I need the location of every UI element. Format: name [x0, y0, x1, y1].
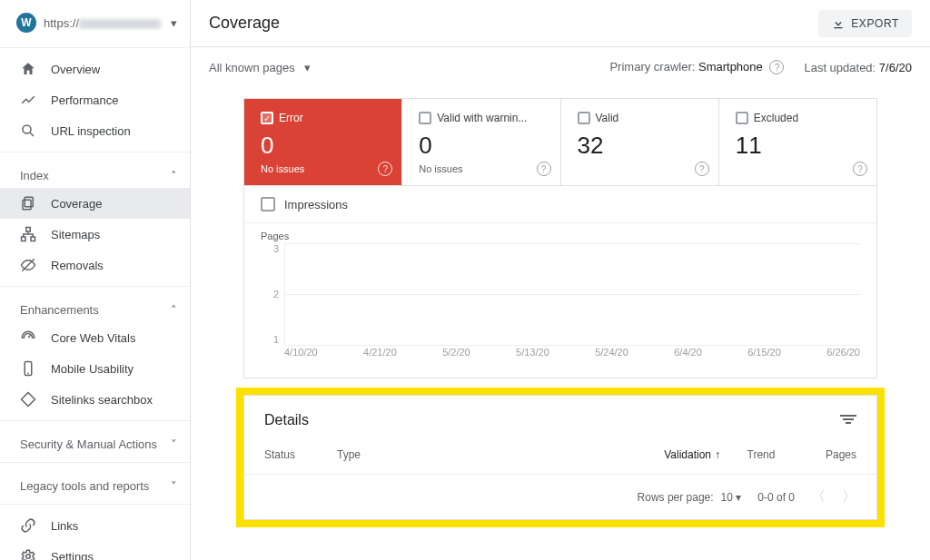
last-updated: Last updated: 7/6/20 — [804, 61, 912, 74]
nav-label: URL inspection — [51, 124, 131, 138]
checkbox-icon — [261, 197, 275, 211]
nav-mobile-usability[interactable]: Mobile Usability — [0, 353, 190, 384]
nav-performance[interactable]: Performance — [0, 84, 190, 115]
page-filter-dropdown[interactable]: All known pages ▾ — [209, 61, 311, 74]
svg-line-1 — [30, 133, 34, 136]
th-trend[interactable]: Trend — [720, 448, 802, 461]
th-type[interactable]: Type — [337, 448, 519, 461]
checkbox-icon: ✓ — [261, 112, 273, 124]
status-sub: No issues — [261, 163, 385, 174]
chart-plot-area — [284, 243, 860, 345]
page-filter-label: All known pages — [209, 61, 295, 74]
chart: Pages 3 2 1 4/10/20 4/21/20 — [244, 223, 876, 378]
chevron-down-icon: ˅ — [171, 479, 177, 493]
status-label: Excluded — [754, 112, 798, 124]
nav-section-security[interactable]: Security & Manual Actions ˅ — [0, 427, 190, 457]
chart-line-icon — [20, 92, 36, 108]
details-footer: Rows per page: 10 ▾ 0-0 of 0 〈 〉 — [244, 475, 876, 519]
nav-core-web-vitals[interactable]: Core Web Vitals — [0, 322, 190, 353]
filter-button[interactable] — [840, 413, 856, 428]
svg-rect-4 — [26, 228, 31, 232]
th-validation[interactable]: Validation ↑ — [629, 448, 720, 461]
nav-section-enhancements[interactable]: Enhancements ˄ — [0, 292, 190, 322]
status-tab-excluded[interactable]: Excluded 11 ? — [719, 99, 876, 185]
status-tab-warning[interactable]: Valid with warnin... 0 No issues ? — [402, 99, 560, 185]
status-value: 0 — [261, 132, 385, 160]
page-title: Coverage — [209, 14, 280, 33]
nav-section-legacy[interactable]: Legacy tools and reports ˅ — [0, 468, 190, 498]
nav-removals[interactable]: Removals — [0, 250, 190, 280]
nav-section-label: Security & Manual Actions — [20, 437, 157, 451]
nav-overview[interactable]: Overview — [0, 54, 190, 84]
export-label: EXPORT — [851, 17, 899, 30]
nav-section-label: Legacy tools and reports — [20, 479, 149, 493]
property-selector[interactable]: W https:// ▾ — [0, 5, 190, 42]
link-icon — [20, 517, 36, 534]
status-label: Valid — [596, 112, 619, 124]
checkbox-icon — [419, 112, 431, 124]
impressions-toggle[interactable]: Impressions — [244, 186, 876, 223]
status-sub: No issues — [419, 163, 543, 174]
nav-sitemaps[interactable]: Sitemaps — [0, 219, 190, 250]
nav-label: Settings — [51, 550, 94, 561]
nav-settings[interactable]: Settings — [0, 541, 190, 560]
site-logo-icon: W — [16, 13, 36, 33]
nav-section-label: Enhancements — [20, 303, 99, 317]
svg-rect-6 — [31, 237, 35, 241]
help-icon[interactable]: ? — [378, 162, 392, 176]
checkbox-icon — [736, 112, 748, 124]
checkbox-icon — [578, 112, 590, 124]
impressions-label: Impressions — [284, 198, 348, 211]
help-icon[interactable]: ? — [695, 162, 709, 176]
nav-links[interactable]: Links — [0, 510, 190, 541]
chart-y-label: Pages — [261, 231, 860, 241]
chevron-up-icon: ˄ — [171, 169, 177, 182]
filter-bar: All known pages ▾ Primary crawler: Smart… — [191, 47, 930, 87]
svg-rect-5 — [22, 237, 26, 241]
nav-label: Links — [51, 519, 78, 533]
chart-x-ticks: 4/10/20 4/21/20 5/2/20 5/13/20 5/24/20 6… — [284, 345, 860, 361]
rows-per-page-select[interactable]: 10 ▾ — [721, 491, 742, 504]
details-table-header: Status Type Validation ↑ Trend Pages — [244, 432, 876, 475]
speed-icon — [20, 329, 36, 346]
status-value: 32 — [578, 132, 702, 160]
sidebar: W https:// ▾ Overview Performance URL in… — [0, 0, 191, 560]
export-button[interactable]: EXPORT — [818, 10, 912, 37]
home-icon — [20, 61, 36, 77]
status-value: 0 — [419, 132, 543, 160]
nav-coverage[interactable]: Coverage — [0, 188, 190, 219]
chevron-down-icon: ▾ — [171, 16, 177, 30]
svg-rect-3 — [23, 200, 31, 210]
svg-line-8 — [28, 335, 31, 338]
prev-page-button[interactable]: 〈 — [811, 487, 826, 506]
status-tab-error[interactable]: ✓Error 0 No issues ? — [244, 99, 402, 185]
status-label: Error — [279, 112, 303, 124]
chevron-down-icon: ▾ — [304, 61, 311, 74]
help-icon[interactable]: ? — [537, 162, 551, 176]
nav-url-inspection[interactable]: URL inspection — [0, 115, 190, 146]
primary-crawler: Primary crawler: Smartphone ? — [609, 60, 784, 75]
chevron-down-icon: ˅ — [171, 437, 177, 451]
th-status[interactable]: Status — [264, 448, 337, 461]
nav-label: Coverage — [51, 197, 102, 211]
nav-section-index[interactable]: Index ˄ — [0, 158, 190, 188]
nav-label: Mobile Usability — [51, 362, 134, 376]
diamond-icon — [20, 391, 36, 408]
sitemap-icon — [20, 226, 36, 242]
status-tab-valid[interactable]: Valid 32 ? — [561, 99, 719, 185]
search-icon — [20, 123, 36, 139]
rows-per-page-label: Rows per page: — [638, 491, 714, 504]
nav-sitelinks-searchbox[interactable]: Sitelinks searchbox — [0, 384, 190, 415]
smartphone-icon — [20, 360, 36, 377]
details-title: Details — [264, 412, 309, 428]
rows-range: 0-0 of 0 — [757, 491, 795, 504]
chevron-up-icon: ˄ — [171, 303, 177, 317]
nav-label: Removals — [51, 259, 104, 272]
next-page-button[interactable]: 〉 — [842, 487, 856, 506]
nav-label: Sitemaps — [51, 228, 100, 241]
chart-y-ticks: 3 2 1 — [261, 243, 279, 345]
svg-rect-2 — [25, 197, 33, 207]
help-icon[interactable]: ? — [853, 162, 867, 176]
th-pages[interactable]: Pages — [802, 448, 856, 461]
help-icon[interactable]: ? — [769, 60, 784, 74]
